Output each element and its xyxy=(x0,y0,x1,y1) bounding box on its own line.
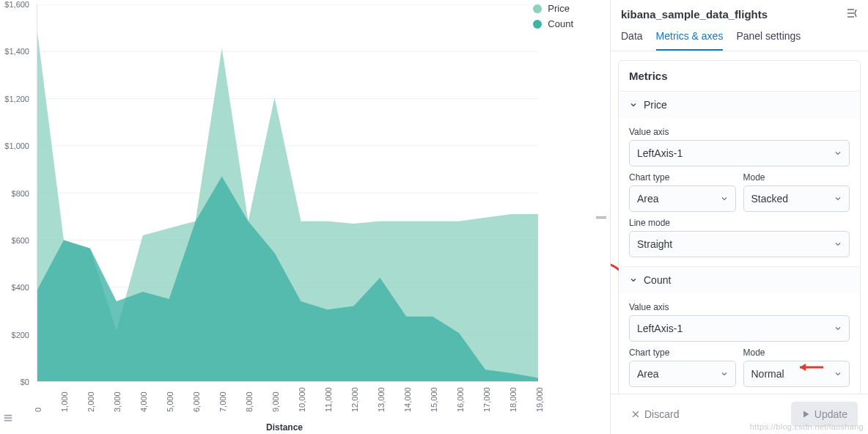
y-tick: $0 xyxy=(21,378,29,386)
metric-name: Count xyxy=(644,274,671,286)
chart-type-label: Chart type xyxy=(629,172,736,183)
mode-label: Mode xyxy=(743,172,850,183)
line-mode-select[interactable] xyxy=(629,231,850,257)
metric-price: Price Value axis Chart type xyxy=(619,91,860,266)
chevron-down-icon xyxy=(629,276,638,284)
y-tick: $600 xyxy=(12,236,29,245)
metric-price-toggle[interactable]: Price xyxy=(619,92,860,118)
play-icon xyxy=(801,410,810,419)
x-tick: 17,000 xyxy=(482,387,491,412)
chart-plot[interactable] xyxy=(37,4,538,382)
x-tick: 2,000 xyxy=(87,391,95,412)
metrics-card-title: Metrics xyxy=(619,61,860,91)
legend-item-price[interactable]: Price xyxy=(533,3,573,14)
chart-type-label: Chart type xyxy=(629,347,736,358)
panel-tabs: Data Metrics & axes Panel settings xyxy=(611,26,868,51)
value-axis-label: Value axis xyxy=(629,302,850,312)
y-tick: $1,400 xyxy=(4,47,29,56)
metrics-card: Metrics Price Value axis Chart type xyxy=(618,60,861,394)
x-tick: 4,000 xyxy=(139,391,148,412)
resize-handle[interactable]: || xyxy=(594,0,610,434)
update-button[interactable]: Update xyxy=(791,402,858,427)
x-tick: 8,000 xyxy=(245,391,254,412)
chart-type-select[interactable] xyxy=(629,185,736,212)
chart-legend: Price Count xyxy=(533,3,573,34)
value-axis-select[interactable] xyxy=(629,315,850,342)
line-mode-label: Line mode xyxy=(629,218,850,228)
discard-button[interactable]: Discard xyxy=(621,402,689,427)
metric-name: Price xyxy=(644,99,667,111)
mode-select[interactable] xyxy=(743,185,850,212)
y-tick: $400 xyxy=(12,283,29,292)
metric-count-toggle[interactable]: Count xyxy=(619,267,860,293)
close-icon xyxy=(631,410,640,419)
x-tick: 18,000 xyxy=(509,387,518,412)
legend-swatch xyxy=(533,20,542,29)
y-axis-ticks: $0 $200 $400 $600 $800 $1,000 $1,200 $1,… xyxy=(0,4,32,382)
panel-title: kibana_sample_data_flights xyxy=(621,8,768,21)
options-icon[interactable] xyxy=(3,413,13,425)
x-tick: 10,000 xyxy=(298,387,306,412)
x-tick: 16,000 xyxy=(456,387,465,412)
chart-type-select[interactable] xyxy=(629,361,736,387)
x-tick: 13,000 xyxy=(377,387,386,412)
legend-swatch xyxy=(533,4,542,13)
x-tick: 15,000 xyxy=(430,387,438,412)
legend-label: Count xyxy=(548,18,573,29)
tab-metrics-axes[interactable]: Metrics & axes xyxy=(656,26,724,51)
x-tick: 12,000 xyxy=(350,387,359,412)
x-tick: 0 xyxy=(34,408,43,412)
x-tick: 9,000 xyxy=(271,391,280,412)
value-axis-select[interactable] xyxy=(629,140,850,166)
x-tick: 11,000 xyxy=(324,387,333,412)
x-tick: 1,000 xyxy=(60,391,69,412)
chart-pane: $0 $200 $400 $600 $800 $1,000 $1,200 $1,… xyxy=(0,0,594,434)
tab-data[interactable]: Data xyxy=(621,26,643,51)
mode-select-count[interactable] xyxy=(743,361,850,387)
legend-label: Price xyxy=(548,3,570,14)
chevron-down-icon xyxy=(629,100,638,109)
legend-item-count[interactable]: Count xyxy=(533,18,573,29)
x-tick: 14,000 xyxy=(403,387,412,412)
settings-panel: kibana_sample_data_flights Data Metrics … xyxy=(610,0,868,434)
y-tick: $800 xyxy=(12,189,29,198)
tab-panel-settings[interactable]: Panel settings xyxy=(736,26,801,51)
x-tick: 7,000 xyxy=(218,391,227,412)
y-tick: $200 xyxy=(12,331,29,339)
value-axis-label: Value axis xyxy=(629,127,850,137)
x-tick: 3,000 xyxy=(113,391,122,412)
x-tick: 5,000 xyxy=(166,391,174,412)
y-tick: $1,000 xyxy=(4,141,29,150)
x-tick: 6,000 xyxy=(192,391,201,412)
y-tick: $1,600 xyxy=(4,0,29,9)
y-tick: $1,200 xyxy=(4,95,29,103)
x-tick: 19,000 xyxy=(535,387,544,412)
dock-toggle-icon[interactable] xyxy=(846,7,858,21)
line-mode-label: Line mode xyxy=(629,393,850,394)
metric-count: Count Value axis Chart type xyxy=(619,266,860,394)
mode-label: Mode xyxy=(743,347,850,358)
x-axis-label: Distance xyxy=(34,422,535,433)
panel-footer: Discard Update xyxy=(611,394,868,434)
